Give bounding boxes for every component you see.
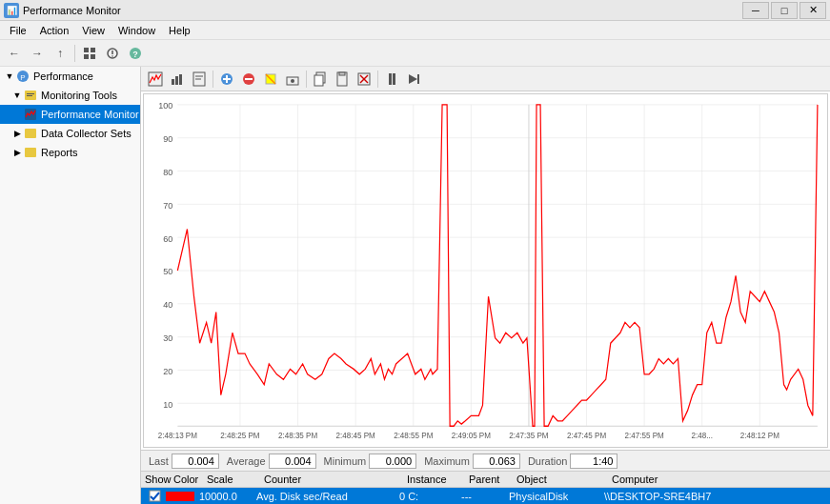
counter-table-header: Show Color Scale Counter Instance Parent… <box>141 472 830 488</box>
chart-view-button[interactable] <box>145 69 166 90</box>
chart-toolbar-sep3 <box>377 71 378 88</box>
chart-toolbar-sep1 <box>213 71 213 88</box>
maximize-button[interactable]: □ <box>771 2 798 19</box>
svg-rect-0 <box>84 48 89 52</box>
remove-counter-button[interactable] <box>238 69 259 90</box>
avg-label: Average <box>227 455 266 467</box>
root-icon: P <box>15 69 30 84</box>
counter-table: Show Color Scale Counter Instance Parent… <box>141 471 830 504</box>
svg-rect-19 <box>175 76 178 85</box>
add-counter-button[interactable] <box>216 69 237 90</box>
menu-action[interactable]: Action <box>34 22 75 39</box>
counter-object: PhysicalDisk <box>509 491 604 502</box>
chart-histogram-button[interactable] <box>167 69 188 90</box>
tree-root[interactable]: ▼ P Performance <box>0 67 140 86</box>
avg-value: 0.004 <box>269 454 316 469</box>
properties-main-button[interactable] <box>102 43 123 64</box>
app-icon: 📊 <box>4 3 19 18</box>
header-counter: Counter <box>264 474 407 485</box>
stat-last: Last 0.004 <box>149 454 219 469</box>
minimize-button[interactable]: ─ <box>742 2 769 19</box>
sidebar-item-monitoring-tools-label: Monitoring Tools <box>41 90 117 101</box>
svg-rect-12 <box>27 93 34 94</box>
header-scale: Scale <box>207 474 264 485</box>
performance-chart: 100 90 80 70 60 50 40 30 20 10 <box>144 94 827 447</box>
header-parent: Parent <box>469 474 516 485</box>
sidebar-item-reports[interactable]: ▶ Reports <box>0 143 140 162</box>
root-expand-icon[interactable]: ▼ <box>4 71 15 82</box>
menu-window[interactable]: Window <box>112 22 161 39</box>
stat-duration: Duration 1:40 <box>528 454 618 469</box>
svg-rect-3 <box>91 54 95 59</box>
menu-help[interactable]: Help <box>163 22 196 39</box>
svg-rect-15 <box>25 129 36 138</box>
forward-button[interactable]: → <box>27 43 48 64</box>
svg-text:2:48:12 PM: 2:48:12 PM <box>740 431 779 440</box>
data-collector-icon <box>23 126 38 141</box>
chart-toolbar-sep2 <box>306 71 307 88</box>
show-checkbox[interactable] <box>145 490 164 502</box>
dur-label: Duration <box>528 455 568 467</box>
svg-rect-40 <box>389 73 392 85</box>
svg-text:10: 10 <box>163 398 172 409</box>
counter-computer: \\DESKTOP-SRE4BH7 <box>604 491 826 502</box>
svg-text:40: 40 <box>163 299 172 310</box>
menu-file[interactable]: File <box>4 22 32 39</box>
max-label: Maximum <box>424 455 470 467</box>
content-area: 100 90 80 70 60 50 40 30 20 10 <box>141 67 830 504</box>
svg-marker-42 <box>409 74 417 84</box>
svg-text:2:47:45 PM: 2:47:45 PM <box>567 431 606 440</box>
stat-average: Average 0.004 <box>227 454 316 469</box>
svg-rect-20 <box>179 74 182 85</box>
chart-report-button[interactable] <box>189 69 210 90</box>
up-button[interactable]: ↑ <box>50 43 71 64</box>
counter-parent: --- <box>461 491 509 502</box>
svg-text:2:47:35 PM: 2:47:35 PM <box>509 431 548 440</box>
sidebar-item-performance-monitor[interactable]: Performance Monitor <box>0 105 140 124</box>
help-button[interactable]: ? <box>125 43 146 64</box>
monitoring-expand-icon[interactable]: ▼ <box>11 90 23 101</box>
header-color: Color <box>173 474 207 485</box>
header-object: Object <box>516 474 612 485</box>
header-instance: Instance <box>407 474 469 485</box>
highlight-button[interactable] <box>260 69 281 90</box>
table-row[interactable]: 10000.0 Avg. Disk sec/Read 0 C: --- Phys… <box>141 488 830 504</box>
paste-button[interactable] <box>332 69 353 90</box>
sidebar-item-data-collector[interactable]: ▶ Data Collector Sets <box>0 124 140 143</box>
svg-text:2:48:13 PM: 2:48:13 PM <box>158 431 197 440</box>
main-layout: ▼ P Performance ▼ Monitoring Tools Perfo… <box>0 67 830 504</box>
min-label: Minimum <box>324 455 367 467</box>
chart-toolbar <box>141 67 830 91</box>
next-button[interactable] <box>403 69 424 90</box>
svg-text:2:48:35 PM: 2:48:35 PM <box>278 431 317 440</box>
svg-text:2:48:25 PM: 2:48:25 PM <box>220 431 259 440</box>
svg-text:P: P <box>20 73 25 82</box>
menu-bar: File Action View Window Help <box>0 21 830 40</box>
back-button[interactable]: ← <box>4 43 25 64</box>
clear-button[interactable] <box>354 69 375 90</box>
sidebar-item-reports-label: Reports <box>41 147 78 158</box>
close-button[interactable]: ✕ <box>800 2 826 19</box>
svg-text:100: 100 <box>158 100 172 111</box>
datacollector-expand-icon[interactable]: ▶ <box>11 128 23 139</box>
svg-text:20: 20 <box>163 365 172 375</box>
freeze-button[interactable] <box>381 69 402 90</box>
reports-expand-icon[interactable]: ▶ <box>11 147 23 158</box>
show-hide-button[interactable] <box>79 43 100 64</box>
properties-counter-button[interactable] <box>282 69 303 90</box>
svg-text:80: 80 <box>163 167 172 177</box>
svg-rect-36 <box>339 72 345 75</box>
sidebar: ▼ P Performance ▼ Monitoring Tools Perfo… <box>0 67 141 504</box>
menu-view[interactable]: View <box>76 22 111 39</box>
svg-text:70: 70 <box>163 199 172 210</box>
toolbar-separator-1 <box>74 45 75 62</box>
main-toolbar: ← → ↑ ? <box>0 40 830 67</box>
svg-text:2:49:05 PM: 2:49:05 PM <box>452 431 491 440</box>
svg-text:2:47:55 PM: 2:47:55 PM <box>625 431 664 440</box>
stat-minimum: Minimum 0.000 <box>324 454 417 469</box>
counter-color-swatch <box>166 492 194 501</box>
chart-container: 100 90 80 70 60 50 40 30 20 10 <box>143 93 828 448</box>
sidebar-item-monitoring-tools[interactable]: ▼ Monitoring Tools <box>0 86 140 105</box>
copy-button[interactable] <box>310 69 331 90</box>
reports-icon <box>23 145 38 160</box>
